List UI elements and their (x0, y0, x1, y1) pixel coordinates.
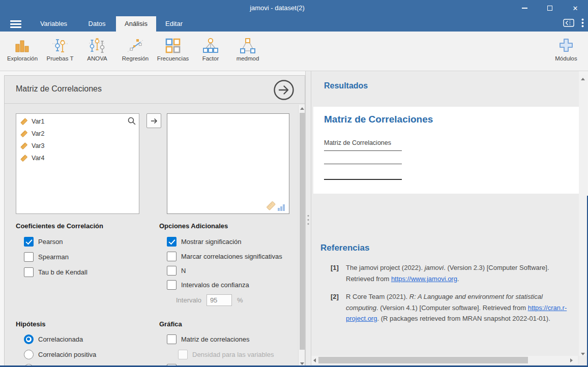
reference-marker: [1] (331, 262, 342, 284)
list-item-var1[interactable]: Var1 (16, 115, 139, 128)
close-button[interactable]: ✕ (563, 0, 588, 16)
checkbox[interactable] (167, 280, 177, 290)
continuous-variable-ruler-icon (266, 200, 276, 211)
list-item-var4[interactable]: Var4 (16, 152, 139, 164)
reference-item-2: [2] R Core Team (2021). R: A Language an… (331, 291, 574, 324)
checkbox-row-n[interactable]: N (167, 266, 186, 276)
ribbon-factor-button[interactable]: Factor (192, 34, 229, 68)
reference-text: R Core Team (2021). R: A Language and en… (346, 291, 574, 324)
results-card[interactable]: Matriz de Correlaciones Matriz de Correl… (313, 107, 579, 194)
panel-splitter[interactable] (305, 71, 311, 367)
checkbox-row-spearman[interactable]: Spearman (24, 252, 69, 262)
radio-row-correlacion-positiva[interactable]: Correlación positiva (24, 350, 96, 359)
allowed-variable-types (266, 200, 285, 211)
results-heading: Resultados (324, 81, 368, 90)
tab-datos[interactable]: Datos (78, 16, 116, 32)
factor-icon (202, 34, 219, 54)
list-item-var3[interactable]: Var3 (16, 140, 139, 152)
plus-icon (557, 34, 575, 54)
scroll-down-icon (581, 353, 585, 355)
maximize-button[interactable] (537, 0, 563, 16)
table-rule (324, 179, 402, 180)
section-heading-grafica: Gráfica (159, 320, 182, 328)
checkbox-row-significacion[interactable]: Mostrar significación (167, 237, 242, 247)
ribbon-frecuencias-button[interactable]: Frecuencias (154, 34, 192, 68)
ribbon-modulos-button[interactable]: Módulos (547, 34, 585, 68)
panel-gap (0, 71, 305, 75)
table-rule (324, 164, 402, 164)
tab-editar[interactable]: Editar (156, 16, 192, 32)
list-item-var2[interactable]: Var2 (16, 128, 139, 140)
results-panel: Resultados Matriz de Correlaciones Matri… (311, 71, 579, 367)
ribbon-anova-button[interactable]: ANOVA (78, 34, 116, 68)
ribbon-regresion-button[interactable]: Regresión (116, 34, 154, 68)
collapse-results-panel-icon[interactable] (563, 19, 574, 29)
source-variables-list[interactable]: Var1 Var2 Var3 Var4 (16, 113, 139, 214)
circle-arrow-right-icon (273, 79, 295, 101)
checkbox[interactable] (167, 266, 177, 276)
minimize-icon (522, 8, 527, 8)
mini-bar-chart-icon (278, 204, 285, 211)
target-variables-list[interactable] (167, 113, 289, 214)
bar-chart-icon (14, 34, 31, 54)
scrollbar-thumb[interactable] (300, 113, 305, 350)
kebab-menu-icon[interactable] (581, 18, 584, 29)
scroll-left-icon (313, 358, 316, 362)
interval-row: Intervalo % (176, 294, 243, 306)
interval-input[interactable] (207, 294, 232, 306)
minimize-button[interactable] (512, 0, 537, 16)
analysis-header: Matriz de Correlaciones (5, 76, 305, 104)
references-heading: Referencias (320, 243, 369, 253)
continuous-variable-ruler-icon (20, 154, 28, 162)
interval-label: Intervalo (176, 296, 201, 304)
tab-analisis[interactable]: Análisis (116, 16, 156, 32)
checkbox-row-matriz-plot[interactable]: Matriz de correlaciones (167, 334, 249, 344)
scroll-right-icon (570, 358, 573, 362)
anova-icon (89, 34, 106, 54)
radio-button[interactable] (24, 334, 34, 344)
ribbon-exploracion-button[interactable]: Exploración (4, 34, 41, 68)
collapse-analysis-button[interactable] (273, 79, 295, 101)
tab-bar: Variables Datos Análisis Editar (0, 16, 588, 32)
tab-variables[interactable]: Variables (30, 16, 78, 32)
checkbox[interactable] (24, 237, 34, 247)
checkbox[interactable] (167, 237, 177, 247)
scroll-up-icon (300, 107, 304, 110)
ribbon-toolbar: Exploración Pruebas T ANOVA Regresión Fr… (0, 32, 588, 71)
analysis-options-panel: Matriz de Correlaciones Var1 Var2 Var3 V… (4, 75, 305, 367)
checkbox-row-kendall[interactable]: Tau b de Kendall (24, 267, 87, 277)
frequencies-icon (165, 34, 181, 54)
ribbon-medmod-button[interactable]: medmod (229, 34, 267, 68)
scroll-down-icon (300, 362, 304, 365)
results-horizontal-scrollbar[interactable] (311, 356, 578, 364)
splitter-handle-icon (308, 215, 309, 225)
reference-marker: [2] (331, 291, 342, 324)
panel-gap (0, 75, 4, 367)
checkbox[interactable] (167, 334, 177, 344)
scrollbar-thumb[interactable] (318, 357, 528, 363)
table-rule (324, 150, 402, 151)
maximize-icon (547, 6, 552, 11)
analysis-title: Matriz de Correlaciones (16, 84, 102, 94)
search-icon[interactable] (127, 116, 136, 128)
radio-button[interactable] (24, 350, 34, 359)
reference-text: The jamovi project (2022). jamovi. (Vers… (346, 262, 574, 284)
checkbox[interactable] (167, 252, 177, 261)
checkbox-row-marcar[interactable]: Marcar correlaciones significativas (167, 252, 282, 261)
reference-link[interactable]: https://www.jamovi.org (391, 275, 457, 283)
scroll-up-icon (581, 78, 585, 80)
checkbox[interactable] (24, 252, 34, 262)
ribbon-pruebas-t-button[interactable]: Pruebas T (41, 34, 79, 68)
section-heading-coeficientes: Coeficientes de Correlación (16, 222, 103, 230)
checkbox-row-intervalos[interactable]: Intervalos de confianza (167, 280, 249, 290)
results-vertical-scrollbar[interactable] (579, 75, 587, 358)
section-heading-opciones: Opciones Adicionales (159, 222, 228, 230)
move-variable-button[interactable] (146, 113, 161, 128)
title-bar: jamovi - dataset(2) ✕ (0, 0, 588, 16)
checkbox[interactable] (24, 267, 34, 277)
checkbox-row-pearson[interactable]: Pearson (24, 237, 63, 247)
hamburger-menu-icon[interactable] (10, 20, 21, 28)
radio-row-correlacionada[interactable]: Correlacionada (24, 334, 83, 344)
continuous-variable-ruler-icon (20, 130, 28, 138)
options-scrollbar[interactable] (298, 105, 305, 367)
